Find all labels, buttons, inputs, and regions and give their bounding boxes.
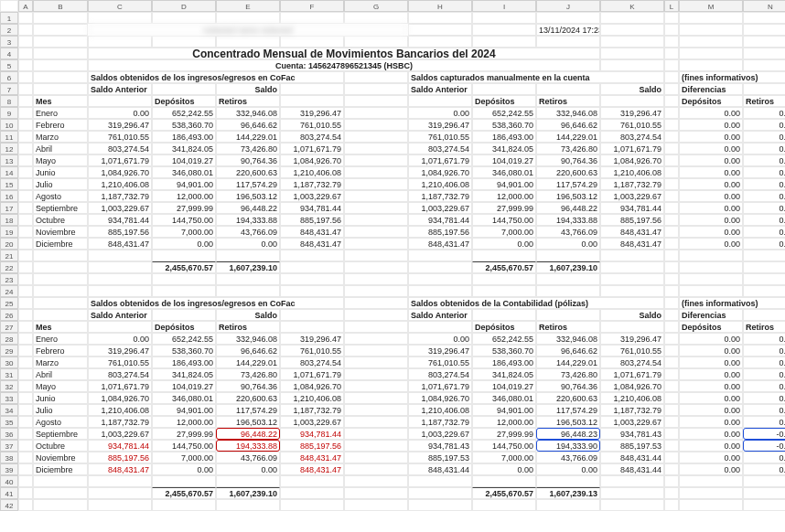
cell-M31[interactable]: 0.00 xyxy=(679,368,743,380)
cell-E3[interactable] xyxy=(216,36,280,48)
cell-E41[interactable]: 1,607,239.10 xyxy=(216,487,280,499)
row-header-39[interactable]: 39 xyxy=(0,463,18,475)
cell-A34[interactable] xyxy=(18,404,33,416)
cell-A19[interactable] xyxy=(18,226,33,238)
row-header-25[interactable]: 25 xyxy=(0,297,18,309)
cell-L29[interactable] xyxy=(664,345,679,356)
cell-H6[interactable]: Saldos capturados manualmente en la cuen… xyxy=(408,71,664,83)
cell-A21[interactable] xyxy=(18,250,33,261)
cell-B19[interactable]: Noviembre xyxy=(33,226,88,238)
cell-K29[interactable]: 761,010.55 xyxy=(600,345,664,356)
cell-K13[interactable]: 1,084,926.70 xyxy=(600,154,664,166)
cell-H28[interactable]: 0.00 xyxy=(408,333,472,345)
cell-H39[interactable]: 848,431.44 xyxy=(408,463,472,475)
cell-I37[interactable]: 144,750.00 xyxy=(472,440,536,452)
cell-M11[interactable]: 0.00 xyxy=(679,131,743,143)
cell-A16[interactable] xyxy=(18,190,33,202)
cell-J23[interactable] xyxy=(536,273,600,285)
cell-I17[interactable]: 27,999.99 xyxy=(472,202,536,214)
cell-M8[interactable]: Depósitos xyxy=(679,95,743,107)
cell-K19[interactable]: 848,431.47 xyxy=(600,226,664,238)
cell-H29[interactable]: 319,296.47 xyxy=(408,345,472,356)
cell-F29[interactable]: 761,010.55 xyxy=(280,345,344,356)
cell-K36[interactable]: 934,781.43 xyxy=(600,428,664,440)
cell-B21[interactable] xyxy=(33,250,88,261)
cell-K35[interactable]: 1,003,229.67 xyxy=(600,416,664,428)
cell-G3[interactable] xyxy=(344,36,408,48)
cell-G1[interactable] xyxy=(344,12,408,24)
cell-B25[interactable] xyxy=(33,297,88,309)
cell-C25[interactable]: Saldos obtenidos de los ingresos/egresos… xyxy=(88,297,344,309)
cell-M41[interactable] xyxy=(679,487,743,499)
cell-J16[interactable]: 196,503.12 xyxy=(536,190,600,202)
cell-L18[interactable] xyxy=(664,214,679,226)
cell-F38[interactable]: 848,431.47 xyxy=(280,452,344,463)
cell-K5[interactable] xyxy=(600,59,664,71)
cell-A40[interactable] xyxy=(18,475,33,487)
cell-J34[interactable]: 117,574.29 xyxy=(536,404,600,416)
cell-J31[interactable]: 73,426.80 xyxy=(536,368,600,380)
cell-A8[interactable] xyxy=(18,95,33,107)
cell-K7[interactable]: Saldo xyxy=(600,83,664,95)
cell-H22[interactable] xyxy=(408,261,472,273)
cell-L24[interactable] xyxy=(664,285,679,297)
cell-A5[interactable] xyxy=(18,59,33,71)
cell-J29[interactable]: 96,646.62 xyxy=(536,345,600,356)
cell-H31[interactable]: 803,274.54 xyxy=(408,368,472,380)
cell-F13[interactable]: 1,084,926.70 xyxy=(280,154,344,166)
cell-I29[interactable]: 538,360.70 xyxy=(472,345,536,356)
cell-N23[interactable] xyxy=(743,273,785,285)
row-header-21[interactable]: 21 xyxy=(0,250,18,261)
cell-B37[interactable]: Octubre xyxy=(33,440,88,452)
cell-B36[interactable]: Septiembre xyxy=(33,428,88,440)
cell-D11[interactable]: 186,493.00 xyxy=(152,131,216,143)
cell-D41[interactable]: 2,455,670.57 xyxy=(152,487,216,499)
cell-C14[interactable]: 1,084,926.70 xyxy=(88,166,152,178)
cell-F21[interactable] xyxy=(280,250,344,261)
cell-K24[interactable] xyxy=(600,285,664,297)
cell-D30[interactable]: 186,493.00 xyxy=(152,356,216,368)
cell-J8[interactable]: Retiros xyxy=(536,95,600,107)
cell-A25[interactable] xyxy=(18,297,33,309)
cell-A10[interactable] xyxy=(18,119,33,131)
cell-K23[interactable] xyxy=(600,273,664,285)
cell-H19[interactable]: 885,197.56 xyxy=(408,226,472,238)
cell-H26[interactable]: Saldo Anterior xyxy=(408,309,472,321)
cell-C42[interactable] xyxy=(88,499,152,511)
cell-B24[interactable] xyxy=(33,285,88,297)
cell-M24[interactable] xyxy=(679,285,743,297)
cell-L33[interactable] xyxy=(664,392,679,404)
cell-E35[interactable]: 196,503.12 xyxy=(216,416,280,428)
cell-C23[interactable] xyxy=(88,273,152,285)
cell-A30[interactable] xyxy=(18,356,33,368)
cell-E26[interactable]: Saldo xyxy=(216,309,280,321)
cell-K15[interactable]: 1,187,732.79 xyxy=(600,178,664,190)
cell-C30[interactable]: 761,010.55 xyxy=(88,356,152,368)
cell-E13[interactable]: 90,764.36 xyxy=(216,154,280,166)
cell-D13[interactable]: 104,019.27 xyxy=(152,154,216,166)
cell-A31[interactable] xyxy=(18,368,33,380)
cell-H2[interactable] xyxy=(408,24,472,36)
cell-L42[interactable] xyxy=(664,499,679,511)
cell-C41[interactable] xyxy=(88,487,152,499)
cell-M6[interactable]: (fines informativos) xyxy=(679,71,785,83)
cell-F33[interactable]: 1,210,406.08 xyxy=(280,392,344,404)
cell-F7[interactable] xyxy=(280,83,344,95)
row-header-33[interactable]: 33 xyxy=(0,392,18,404)
cell-B2[interactable] xyxy=(33,24,88,36)
cell-E10[interactable]: 96,646.62 xyxy=(216,119,280,131)
cell-B39[interactable]: Diciembre xyxy=(33,463,88,475)
cell-E18[interactable]: 194,333.88 xyxy=(216,214,280,226)
cell-H32[interactable]: 1,071,671.79 xyxy=(408,380,472,392)
cell-C40[interactable] xyxy=(88,475,152,487)
cell-H13[interactable]: 1,071,671.79 xyxy=(408,154,472,166)
cell-J24[interactable] xyxy=(536,285,600,297)
cell-C2[interactable]: redacted name redacted xyxy=(88,24,408,36)
cell-B15[interactable]: Julio xyxy=(33,178,88,190)
cell-F12[interactable]: 1,071,671.79 xyxy=(280,143,344,154)
cell-N12[interactable]: 0.00 xyxy=(743,143,785,154)
cell-H36[interactable]: 1,003,229.67 xyxy=(408,428,472,440)
cell-A36[interactable] xyxy=(18,428,33,440)
cell-K42[interactable] xyxy=(600,499,664,511)
cell-F27[interactable] xyxy=(280,321,344,333)
